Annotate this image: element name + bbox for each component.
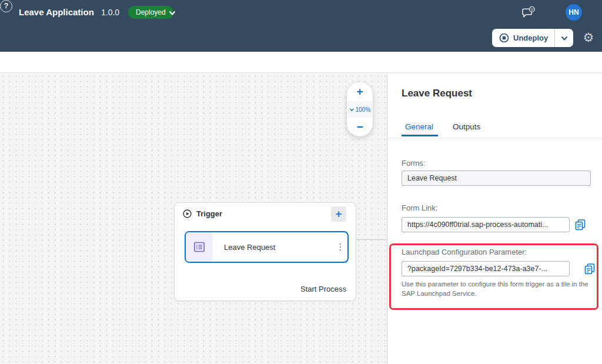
forms-label: Forms:	[402, 159, 425, 168]
process-canvas[interactable]: + 100% − Trigger +	[0, 74, 387, 364]
tab-outputs[interactable]: Outputs	[453, 122, 480, 131]
undeploy-dropdown-button[interactable]	[554, 29, 573, 47]
avatar-initials: HN	[568, 8, 578, 16]
trigger-item-leave-request[interactable]: Leave Request ⋮	[185, 231, 349, 263]
form-link-input[interactable]	[402, 217, 570, 232]
copy-launchpad-parameter-icon[interactable]	[583, 262, 596, 275]
forms-input[interactable]	[402, 171, 591, 186]
app-title: Leave Application	[19, 7, 94, 17]
sub-toolbar	[0, 52, 602, 73]
zoom-level-value: 100%	[356, 106, 371, 113]
start-process-label: Start Process	[300, 285, 346, 293]
app-root: { "header": { "app_title": "Leave Applic…	[0, 0, 602, 364]
properties-panel: Leave Request General Outputs Forms: For…	[387, 73, 602, 364]
status-badge: Deployed	[128, 6, 173, 19]
trigger-card-title: Trigger	[196, 209, 222, 218]
active-tab-underline	[402, 135, 438, 136]
launchpad-help-text: Use this parameter to configure this for…	[402, 279, 600, 298]
help-icon[interactable]: ?	[0, 0, 12, 12]
form-icon	[193, 241, 205, 253]
tab-general[interactable]: General	[405, 122, 433, 131]
zoom-in-button[interactable]: +	[347, 82, 373, 101]
item-menu-kebab-icon[interactable]: ⋮	[333, 242, 347, 252]
avatar[interactable]: HN	[566, 4, 582, 21]
launchpad-parameter-input[interactable]	[402, 261, 570, 276]
chevron-down-icon	[560, 34, 568, 42]
add-trigger-button[interactable]: +	[331, 206, 346, 222]
undeploy-split-button: Undeploy	[492, 29, 573, 47]
app-version: 1.0.0	[101, 8, 119, 17]
version-chevron-down-icon[interactable]	[168, 9, 176, 17]
zoom-control: + 100% −	[347, 82, 373, 136]
undeploy-icon	[499, 33, 509, 43]
form-icon-tile	[186, 232, 212, 262]
copy-form-link-icon[interactable]	[574, 218, 587, 231]
settings-gear-icon[interactable]: ⚙	[581, 30, 596, 45]
help-glyph: ?	[4, 1, 9, 10]
tab-divider	[387, 138, 602, 138]
form-link-label: Form Link:	[402, 203, 437, 212]
chevron-down-icon	[349, 107, 354, 112]
shell-header: Leave Application 1.0.0 Deployed ? HN Un…	[0, 0, 602, 52]
trigger-item-label: Leave Request	[224, 243, 333, 252]
panel-title: Leave Request	[402, 88, 472, 99]
undeploy-button[interactable]: Undeploy	[492, 29, 554, 47]
trigger-card-header: Trigger	[183, 209, 222, 218]
feedback-icon[interactable]	[522, 6, 536, 19]
zoom-level-dropdown[interactable]: 100%	[347, 101, 373, 118]
gear-glyph: ⚙	[583, 31, 594, 44]
launchpad-parameter-label: Launchpad Configuration Parameter:	[402, 248, 527, 256]
flow-connector-line	[356, 239, 387, 240]
trigger-card[interactable]: Trigger + Leave Request ⋮ Start Process	[174, 202, 356, 301]
zoom-out-button[interactable]: −	[347, 118, 373, 136]
play-circle-icon	[183, 209, 192, 218]
undeploy-label: Undeploy	[513, 34, 548, 42]
